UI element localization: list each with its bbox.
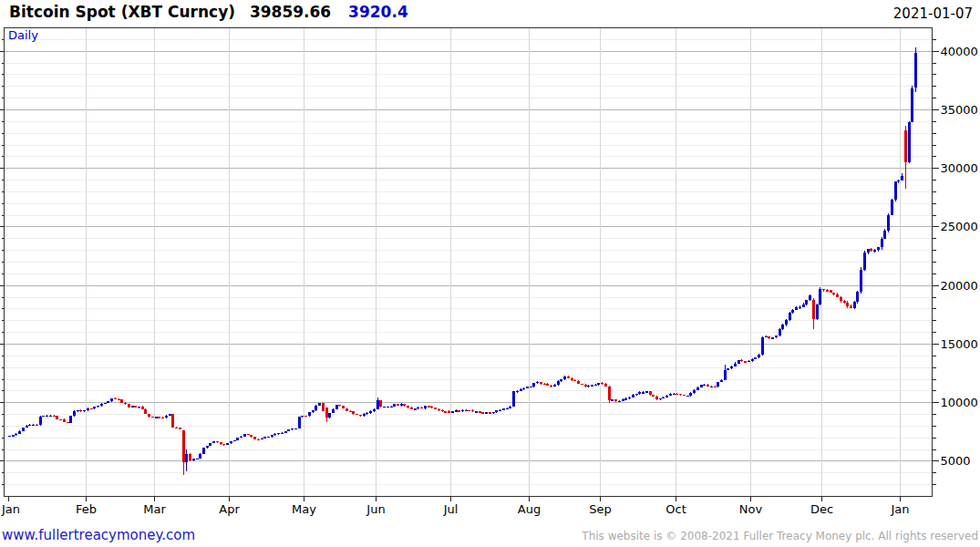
candle-body xyxy=(492,412,495,413)
candle-body xyxy=(532,383,535,386)
candle-body xyxy=(738,360,740,364)
candle-body xyxy=(451,411,454,412)
candle-body xyxy=(873,250,876,251)
candle xyxy=(12,435,15,437)
price-change: 3920.4 xyxy=(348,3,408,21)
candle xyxy=(707,384,709,387)
candle xyxy=(543,383,546,385)
candle xyxy=(611,399,614,401)
candle xyxy=(294,428,297,429)
candle xyxy=(846,301,849,308)
candle-body xyxy=(202,448,205,453)
candle-body xyxy=(571,378,573,380)
candle-body xyxy=(196,459,199,459)
candle xyxy=(175,427,178,428)
website-link[interactable]: www.fullertreacymoney.com xyxy=(2,527,195,543)
candle xyxy=(287,429,290,431)
candle xyxy=(417,407,419,409)
candle-body xyxy=(832,293,835,294)
candle xyxy=(614,399,617,401)
candle xyxy=(233,440,236,442)
candle xyxy=(754,357,757,360)
candle-body xyxy=(771,337,774,338)
candle xyxy=(247,434,250,435)
candle xyxy=(363,413,366,417)
candle xyxy=(284,431,287,434)
candle xyxy=(97,406,99,408)
candle xyxy=(230,441,232,444)
candle xyxy=(128,404,130,408)
candle-body xyxy=(686,396,689,397)
candle-body xyxy=(830,290,832,292)
candle xyxy=(897,180,900,182)
candle xyxy=(277,433,280,435)
candle xyxy=(369,410,372,413)
x-axis-label: Sep xyxy=(589,502,612,516)
candle-body xyxy=(424,406,427,408)
candle-body xyxy=(441,410,444,411)
candle-body xyxy=(795,307,798,310)
candles xyxy=(8,47,917,475)
candle-body xyxy=(881,239,883,248)
candle-body xyxy=(802,304,805,307)
candle-body xyxy=(349,411,352,412)
candle-body xyxy=(761,337,764,355)
candle xyxy=(775,335,778,338)
candle-body xyxy=(444,411,447,412)
candle xyxy=(338,405,341,407)
candle-body xyxy=(377,400,379,409)
candle xyxy=(877,247,880,251)
candle xyxy=(100,403,103,406)
candle-body xyxy=(856,292,859,302)
candle xyxy=(161,417,164,418)
candle xyxy=(196,459,199,459)
candle-body xyxy=(400,404,403,405)
candle xyxy=(39,416,42,425)
candle-body xyxy=(744,361,747,362)
candle-body xyxy=(325,408,328,418)
candle-body xyxy=(608,387,611,400)
candle xyxy=(253,437,256,439)
candle-body xyxy=(263,437,266,439)
candle-body xyxy=(335,405,338,408)
candle xyxy=(526,387,529,388)
candle-body xyxy=(479,411,481,412)
candle xyxy=(318,403,321,407)
candle xyxy=(8,436,11,437)
candle xyxy=(489,412,491,414)
candle-body xyxy=(220,442,222,444)
candle xyxy=(530,387,532,387)
candle-body xyxy=(104,403,107,404)
candle xyxy=(662,397,665,398)
candle-body xyxy=(253,437,256,439)
candle xyxy=(649,391,652,396)
candle xyxy=(169,414,171,416)
candle-body xyxy=(632,395,634,397)
candle xyxy=(226,443,229,445)
candle xyxy=(212,441,215,444)
candle xyxy=(819,287,821,305)
x-axis-label: Nov xyxy=(739,502,763,516)
candle xyxy=(560,379,562,381)
candle-body xyxy=(799,307,801,308)
candle-body xyxy=(73,411,76,417)
candle xyxy=(22,428,25,431)
candle-body xyxy=(77,410,79,411)
candle-body xyxy=(642,392,645,393)
candle-body xyxy=(165,416,168,418)
candle-body xyxy=(18,431,21,434)
y-axis-label: 40000 xyxy=(941,45,978,58)
candle xyxy=(740,359,743,361)
candle-body xyxy=(805,300,808,304)
candle-body xyxy=(26,426,28,428)
candle-body xyxy=(717,382,719,387)
candle xyxy=(758,354,760,358)
candle-body xyxy=(812,300,815,319)
candle xyxy=(597,383,600,386)
candle xyxy=(485,412,488,413)
candle-body xyxy=(781,325,784,329)
candle-body xyxy=(257,439,260,440)
candle-body xyxy=(700,385,703,387)
candle xyxy=(789,312,791,321)
candle-body xyxy=(597,383,600,385)
